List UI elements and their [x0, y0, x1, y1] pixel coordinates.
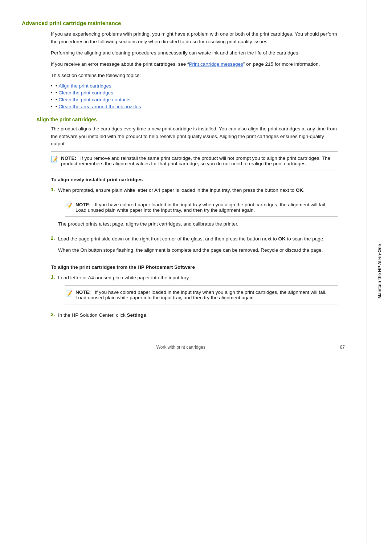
note-box-step1: 📝 NOTE: If you have colored paper loaded…: [65, 198, 338, 217]
sw-step-1: 1. Load letter or A4 unused plain white …: [51, 274, 338, 308]
note-content-1: NOTE: If you remove and reinstall the sa…: [61, 155, 338, 166]
step-1: 1. When prompted, ensure plain white let…: [51, 187, 338, 232]
step-2-bold: OK: [278, 236, 285, 242]
sw-step-1-number: 1.: [51, 274, 58, 280]
bullet: •: [56, 104, 58, 109]
note-icon-sw-step1: 📝: [65, 290, 73, 297]
note-text-1: [78, 155, 79, 161]
align-heading-block: Align the print cartridges: [36, 117, 338, 122]
sidebar-label: Maintain the HP All-in-One: [377, 244, 382, 299]
sw-step-2-bold: Settings: [127, 312, 146, 318]
list-item: • Clean the area around the ink nozzles: [51, 104, 338, 109]
sw-step-1-text: Load letter or A4 unused plain white pap…: [58, 274, 338, 282]
note-label-sw-step1: NOTE:: [75, 289, 91, 295]
align-new-section: To align newly installed print cartridge…: [22, 176, 345, 258]
topic-link-2[interactable]: Clean the print cartridges: [58, 90, 113, 96]
align-new-block: To align newly installed print cartridge…: [51, 176, 338, 258]
step-2-prefix: Load the page print side down on the rig…: [58, 236, 278, 242]
step-1-after-note: The product prints a test page, aligns t…: [58, 220, 338, 228]
step-1-suffix: .: [303, 187, 305, 193]
step-2-text: Load the page print side down on the rig…: [58, 235, 338, 243]
bullet: •: [56, 90, 58, 96]
note-box-sw-step1: 📝 NOTE: If you have colored paper loaded…: [65, 285, 338, 304]
sw-step-2-content: In the HP Solution Center, click Setting…: [58, 312, 338, 323]
note-box-1: 📝 NOTE: If you remove and reinstall the …: [51, 151, 338, 170]
note-label-1: NOTE:: [61, 155, 76, 161]
step-2-continuation: When the On button stops flashing, the a…: [58, 247, 338, 254]
sw-step-2-suffix: .: [146, 312, 148, 318]
topic-link-1[interactable]: Align the print cartridges: [58, 83, 111, 89]
step-1-content: When prompted, ensure plain white letter…: [58, 187, 338, 232]
align-heading: Align the print cartridges: [36, 117, 338, 122]
align-para: The product aligns the cartridges every …: [51, 125, 338, 148]
topic-link-3[interactable]: Clean the print cartridge contacts: [58, 97, 130, 102]
align-intro-block: The product aligns the cartridges every …: [51, 125, 338, 171]
intro-para2: Performing the aligning and cleaning pro…: [51, 49, 338, 57]
note-content-sw-step1: NOTE: If you have colored paper loaded i…: [75, 289, 338, 300]
list-item: • Clean the print cartridge contacts: [51, 97, 338, 102]
intro-para3-prefix: If you receive an error message about th…: [51, 61, 189, 67]
sw-step-1-content: Load letter or A4 unused plain white pap…: [58, 274, 338, 308]
note-icon-step1: 📝: [65, 202, 73, 209]
align-new-heading: To align newly installed print cartridge…: [51, 176, 338, 184]
sw-step-2: 2. In the HP Solution Center, click Sett…: [51, 312, 338, 323]
topics-list: • Align the print cartridges • Clean the…: [51, 83, 338, 109]
list-item: • Align the print cartridges: [51, 83, 338, 89]
intro-block: If you are experiencing problems with pr…: [51, 31, 338, 109]
note-label-step1: NOTE:: [75, 202, 91, 207]
sw-step-2-number: 2.: [51, 312, 58, 317]
align-section: Align the print cartridges The product a…: [22, 117, 345, 171]
intro-para3-suffix: ” on page 215 for more information.: [243, 61, 320, 67]
sw-step-2-text: In the HP Solution Center, click Setting…: [58, 312, 338, 319]
align-software-heading: To align the print cartridges from the H…: [51, 264, 338, 271]
footer-center: Work with print cartridges: [22, 345, 340, 350]
sw-step-2-prefix: In the HP Solution Center, click: [58, 312, 127, 318]
step-2-number: 2.: [51, 235, 58, 241]
step-1-text: When prompted, ensure plain white letter…: [58, 187, 338, 194]
print-cartridge-messages-link[interactable]: Print cartridge messages: [189, 61, 243, 67]
note-content-step1: NOTE: If you have colored paper loaded i…: [75, 202, 338, 213]
main-content: Advanced print cartridge maintenance If …: [0, 0, 367, 543]
step-1-prefix: When prompted, ensure plain white letter…: [58, 187, 296, 193]
note-icon-1: 📝: [51, 156, 58, 163]
footer-page: 87: [340, 345, 345, 350]
intro-para3: If you receive an error message about th…: [51, 61, 338, 68]
note-text-step1-body: If you have colored paper loaded in the …: [75, 202, 326, 213]
page-container: Advanced print cartridge maintenance If …: [0, 0, 392, 543]
note-text-step1: [92, 202, 94, 207]
align-software-section: To align the print cartridges from the H…: [22, 264, 345, 323]
note-text-sw-step1-body: If you have colored paper loaded in the …: [75, 289, 326, 300]
bullet: •: [56, 97, 58, 102]
footer: Work with print cartridges 87: [22, 345, 345, 350]
topic-link-4[interactable]: Clean the area around the ink nozzles: [58, 104, 141, 109]
step-2: 2. Load the page print side down on the …: [51, 235, 338, 258]
bullet: •: [56, 83, 58, 89]
main-heading: Advanced print cartridge maintenance: [22, 20, 345, 26]
intro-para1: If you are experiencing problems with pr…: [51, 31, 338, 46]
list-item: • Clean the print cartridges: [51, 90, 338, 96]
step-1-bold: OK: [296, 187, 303, 193]
note-text-sw-step1: [92, 289, 94, 295]
note-text-1-body: If you remove and reinstall the same pri…: [61, 155, 330, 166]
step-1-number: 1.: [51, 187, 58, 192]
topics-intro: This section contains the following topi…: [51, 72, 338, 80]
align-software-block: To align the print cartridges from the H…: [51, 264, 338, 323]
step-2-suffix: to scan the page.: [286, 236, 324, 242]
step-2-content: Load the page print side down on the rig…: [58, 235, 338, 258]
sidebar: Maintain the HP All-in-One: [367, 0, 392, 543]
